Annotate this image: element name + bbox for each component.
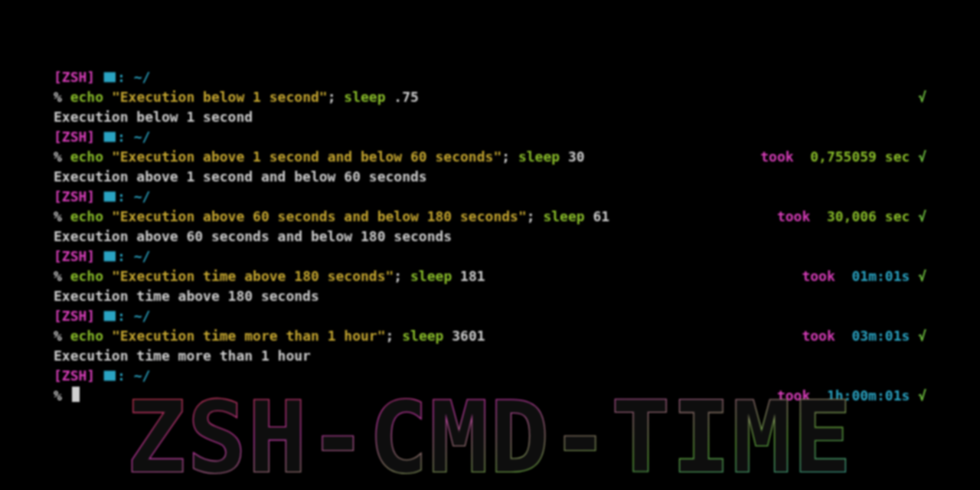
folder-icon: ⯀: bbox=[95, 368, 134, 384]
cmd-echo: echo bbox=[70, 149, 103, 165]
prompt-bracket-open: [ bbox=[54, 129, 62, 145]
folder-icon: ⯀: bbox=[95, 248, 134, 264]
folder-icon: ⯀: bbox=[95, 129, 134, 145]
output-line: Execution time above 180 seconds bbox=[54, 286, 926, 306]
command-line: % echo "Execution above 60 seconds and b… bbox=[54, 207, 926, 227]
cmd-echo: echo bbox=[70, 328, 103, 344]
command-line: % echo "Execution time more than 1 hour"… bbox=[54, 326, 926, 346]
took-time: 30,006 sec bbox=[827, 208, 918, 224]
cmd-semi: ; bbox=[386, 328, 403, 344]
command-left: % echo "Execution time above 180 seconds… bbox=[54, 266, 485, 286]
prompt-line: [ZSH] ⯀: ~/ bbox=[54, 67, 926, 87]
took-label: took bbox=[802, 328, 851, 344]
check-icon: √ bbox=[918, 149, 926, 165]
command-left: % echo "Execution above 60 seconds and b… bbox=[54, 207, 609, 227]
folder-icon: ⯀: bbox=[95, 188, 134, 204]
output-line: Execution time more than 1 hour bbox=[54, 346, 926, 366]
terminal-output: [ZSH] ⯀: ~/% echo "Execution below 1 sec… bbox=[54, 67, 926, 406]
prompt-path: ~/ bbox=[134, 368, 151, 384]
cmd-dur: 30 bbox=[560, 149, 585, 165]
cmd-arg: "Execution above 60 seconds and below 18… bbox=[103, 208, 527, 224]
command-line: % echo "Execution time above 180 seconds… bbox=[54, 266, 926, 286]
cmd-arg: "Execution below 1 second" bbox=[103, 89, 328, 105]
prompt-shell: ZSH bbox=[62, 368, 87, 384]
cmd-echo: echo bbox=[70, 89, 103, 105]
prompt-path: ~/ bbox=[134, 308, 151, 324]
command-right: √ bbox=[918, 87, 926, 107]
prompt-shell: ZSH bbox=[62, 308, 87, 324]
prompt-bracket-close: ] bbox=[87, 248, 95, 264]
took-label: took bbox=[760, 149, 810, 165]
prompt-line: [ZSH] ⯀: ~/ bbox=[54, 247, 926, 266]
command-line-final: % took 1h:00m:01s √ bbox=[54, 386, 926, 406]
prompt-line: [ZSH] ⯀: ~/ bbox=[54, 127, 926, 147]
prompt-bracket-open: [ bbox=[54, 368, 62, 384]
cmd-dur: 3601 bbox=[443, 328, 485, 344]
command-right: took 0,755059 sec √ bbox=[760, 147, 926, 167]
command-right: took 01m:01s √ bbox=[802, 266, 926, 286]
command-line: % echo "Execution above 1 second and bel… bbox=[54, 147, 926, 167]
check-icon: √ bbox=[918, 89, 926, 105]
prompt-line: [ZSH] ⯀: ~/ bbox=[54, 306, 926, 326]
command-left: % echo "Execution below 1 second"; sleep… bbox=[54, 87, 419, 107]
cmd-dur: 181 bbox=[452, 268, 485, 284]
cmd-sleep: sleep bbox=[344, 89, 385, 105]
prompt-bracket-close: ] bbox=[87, 188, 95, 204]
took-time: 1h:00m:01s bbox=[827, 387, 918, 403]
command-left: % echo "Execution time more than 1 hour"… bbox=[54, 326, 485, 346]
took-time: 03m:01s bbox=[851, 328, 918, 344]
cmd-semi: ; bbox=[394, 268, 410, 284]
prompt-symbol: % bbox=[54, 268, 70, 284]
output-line: Execution above 1 second and below 60 se… bbox=[54, 167, 926, 187]
cmd-echo: echo bbox=[70, 208, 103, 224]
prompt-shell: ZSH bbox=[62, 188, 87, 204]
cmd-semi: ; bbox=[328, 89, 345, 105]
command-right: took 03m:01s √ bbox=[802, 326, 926, 346]
command-right: took 30,006 sec √ bbox=[777, 207, 926, 227]
folder-icon: ⯀: bbox=[95, 308, 134, 324]
prompt-bracket-open: [ bbox=[54, 248, 62, 264]
took-label: took bbox=[777, 387, 827, 403]
cmd-arg: "Execution time above 180 seconds" bbox=[103, 268, 394, 284]
check-icon: √ bbox=[918, 328, 926, 344]
cmd-sleep: sleep bbox=[410, 268, 452, 284]
prompt-symbol: % bbox=[54, 208, 70, 224]
prompt-symbol: % bbox=[54, 387, 70, 403]
prompt-shell: ZSH bbox=[62, 69, 87, 85]
took-label: took bbox=[802, 268, 851, 284]
prompt-path: ~/ bbox=[134, 188, 151, 204]
folder-icon: ⯀: bbox=[95, 69, 134, 85]
check-icon: √ bbox=[918, 387, 926, 403]
cmd-sleep: sleep bbox=[518, 149, 560, 165]
prompt-bracket-open: [ bbox=[54, 308, 62, 324]
prompt-bracket-open: [ bbox=[54, 188, 62, 204]
prompt-bracket-open: [ bbox=[54, 69, 62, 85]
prompt-shell: ZSH bbox=[62, 248, 87, 264]
cmd-arg: "Execution above 1 second and below 60 s… bbox=[103, 149, 501, 165]
check-icon: √ bbox=[918, 208, 926, 224]
cmd-dur: .75 bbox=[386, 89, 419, 105]
command-left[interactable]: % bbox=[54, 386, 80, 406]
prompt-bracket-close: ] bbox=[87, 129, 95, 145]
command-left: % echo "Execution above 1 second and bel… bbox=[54, 147, 585, 167]
took-label: took bbox=[777, 208, 827, 224]
prompt-path: ~/ bbox=[134, 248, 151, 264]
took-time: 01m:01s bbox=[851, 268, 918, 284]
output-line: Execution below 1 second bbox=[54, 107, 926, 127]
prompt-shell: ZSH bbox=[62, 129, 87, 145]
prompt-symbol: % bbox=[54, 328, 70, 344]
cmd-sleep: sleep bbox=[402, 328, 443, 344]
prompt-line: [ZSH] ⯀: ~/ bbox=[54, 366, 926, 386]
prompt-path: ~/ bbox=[134, 69, 151, 85]
prompt-bracket-close: ] bbox=[87, 69, 95, 85]
prompt-path: ~/ bbox=[134, 129, 151, 145]
prompt-symbol: % bbox=[54, 89, 70, 105]
cmd-semi: ; bbox=[501, 149, 518, 165]
cmd-echo: echo bbox=[70, 268, 103, 284]
cursor-icon bbox=[72, 387, 80, 402]
cmd-dur: 61 bbox=[585, 208, 610, 224]
check-icon: √ bbox=[918, 268, 926, 284]
prompt-bracket-close: ] bbox=[87, 368, 95, 384]
prompt-line: [ZSH] ⯀: ~/ bbox=[54, 187, 926, 207]
took-time: 0,755059 sec bbox=[810, 149, 918, 165]
